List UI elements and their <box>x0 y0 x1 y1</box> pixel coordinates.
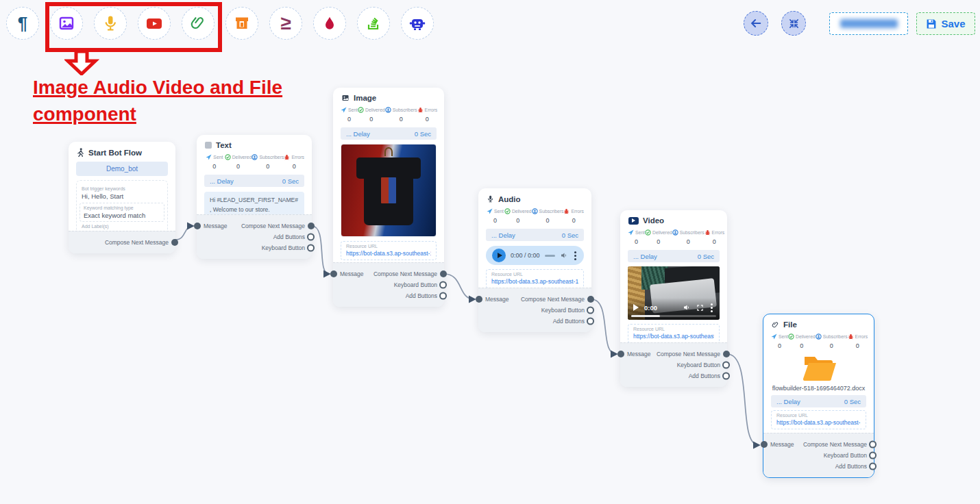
port-compose-next-message[interactable] <box>308 223 315 229</box>
port-label: Add Buttons <box>553 318 585 325</box>
node-footer: Message Compose Next Message Keyboard Bu… <box>620 342 727 387</box>
image-node[interactable]: Image Sent 0 Delivered 0 Subscribers 0 E… <box>333 88 444 307</box>
toolbar-file-component[interactable] <box>182 7 215 40</box>
sent-icon <box>771 333 777 340</box>
port-add-buttons[interactable] <box>869 463 877 470</box>
port-compose-next-message[interactable] <box>440 270 447 277</box>
toolbar-ecommerce-component[interactable] <box>225 7 258 40</box>
sent-icon <box>628 229 634 236</box>
port-add-buttons[interactable] <box>439 292 447 300</box>
trigger-keywords-value[interactable]: Hi, Hello, Start <box>82 192 162 200</box>
resource-url-link[interactable]: https://bot-data.s3.ap-southeast-1.wasab… <box>776 419 861 426</box>
port-message-in[interactable] <box>617 351 624 357</box>
toolbar-condition-component[interactable]: ≥ <box>269 7 302 40</box>
video-progress-bar[interactable] <box>631 315 715 317</box>
toolbar-image-component[interactable] <box>50 7 83 40</box>
port-label: Message <box>770 441 794 448</box>
stat-delivered: Delivered 0 <box>788 333 816 349</box>
port-keyboard-button[interactable] <box>722 362 730 369</box>
tshirt-shape <box>364 158 413 225</box>
text-node[interactable]: Text Sent 0 Delivered 0 Subscribers 0 Er… <box>197 135 312 259</box>
node-title: Image <box>354 94 376 102</box>
delay-bar[interactable]: ... Delay 0 Sec <box>486 229 584 241</box>
port-label: Message <box>485 296 509 303</box>
port-label: Compose Next Message <box>373 270 437 277</box>
errors-icon <box>848 333 854 340</box>
save-button[interactable]: Save <box>916 12 975 35</box>
highlight-arrow-icon <box>64 51 100 75</box>
fit-view-button[interactable] <box>781 11 806 36</box>
stat-errors: Errors 0 <box>417 107 438 123</box>
port-message-in[interactable] <box>476 296 482 303</box>
file-node[interactable]: File Sent 0 Delivered 0 Subscribers 0 Er… <box>763 314 874 478</box>
port-label: Keyboard Button <box>824 452 867 459</box>
stat-delivered: Delivered 0 <box>225 154 252 170</box>
audio-player[interactable]: 0:00 / 0:00 <box>486 246 584 265</box>
port-compose-next-message[interactable] <box>171 239 178 246</box>
stat-subscribers: Subscribers 0 <box>816 333 848 349</box>
toolbar-bot-component[interactable] <box>401 7 434 40</box>
delivered-icon <box>504 208 511 214</box>
wire-audio-to-video <box>591 299 616 354</box>
back-button[interactable] <box>744 11 768 36</box>
delay-value: 0 Sec <box>844 398 861 405</box>
video-preview[interactable]: 0:00 <box>628 266 720 320</box>
port-message-in[interactable] <box>194 223 201 229</box>
play-icon[interactable] <box>633 304 639 311</box>
port-message-in[interactable] <box>761 441 768 448</box>
keyword-matching-box[interactable]: Keyword matching type Exact keyword matc… <box>79 203 164 222</box>
subscribers-icon <box>532 208 538 214</box>
audio-progress[interactable] <box>545 255 555 257</box>
audio-node[interactable]: Audio Sent 0 Delivered 0 Subscribers 0 E… <box>478 188 591 332</box>
delay-bar[interactable]: ... Delay 0 Sec <box>204 175 304 187</box>
port-keyboard-button[interactable] <box>439 281 447 289</box>
port-compose-next-message[interactable] <box>869 441 877 449</box>
port-compose-next-message[interactable] <box>723 351 730 357</box>
toolbar-sequence-component[interactable] <box>357 7 390 40</box>
port-compose-next-message[interactable] <box>587 296 594 303</box>
delay-bar[interactable]: ... Delay 0 Sec <box>771 395 866 407</box>
wire-video-to-file <box>727 354 759 445</box>
port-keyboard-button[interactable] <box>869 452 877 459</box>
port-keyboard-button[interactable] <box>587 307 594 314</box>
node-footer: Compose Next Message <box>69 231 175 253</box>
port-label: Keyboard Button <box>677 362 720 368</box>
port-add-buttons[interactable] <box>722 373 730 380</box>
port-label: Add Buttons <box>689 373 720 379</box>
stats-row: Sent 0 Delivered 0 Subscribers 0 Errors … <box>771 333 866 349</box>
microphone-icon <box>102 15 119 32</box>
paperclip-icon <box>772 321 779 329</box>
toolbar-drip-component[interactable] <box>313 7 346 40</box>
toolbar-video-component[interactable] <box>138 7 171 40</box>
delay-bar[interactable]: ... Delay 0 Sec <box>341 127 437 140</box>
port-message-in[interactable] <box>330 270 337 277</box>
node-title: Start Bot Flow <box>88 149 142 157</box>
stat-errors: Errors 0 <box>705 229 725 245</box>
start-bot-flow-node[interactable]: Start Bot Flow Demo_bot Bot trigger keyw… <box>69 142 175 253</box>
resource-url-link[interactable]: https://bot-data.s3.ap-southeast-1.wasab… <box>491 278 578 285</box>
image-preview[interactable] <box>341 144 437 237</box>
port-add-buttons[interactable] <box>307 234 315 241</box>
resource-url-link[interactable]: https://bot-data.s3.ap-southeast-1.wasab… <box>346 250 431 257</box>
play-button[interactable] <box>492 249 506 262</box>
stat-delivered: Delivered 0 <box>645 229 672 245</box>
redacted-button[interactable] <box>829 12 908 35</box>
toolbar-text-component[interactable]: ¶ <box>6 7 39 40</box>
bot-name-button[interactable]: Demo_bot <box>76 162 168 176</box>
folder-icon[interactable] <box>801 353 837 381</box>
kebab-menu-icon[interactable] <box>711 307 713 309</box>
kebab-menu-icon[interactable] <box>574 255 576 257</box>
subscribers-icon <box>252 154 258 160</box>
port-keyboard-button[interactable] <box>307 244 315 252</box>
delay-bar[interactable]: ... Delay 0 Sec <box>628 250 720 262</box>
resource-url-link[interactable]: https://bot-data.s3.ap-southeast-1.wasab… <box>633 333 714 340</box>
port-add-buttons[interactable] <box>587 318 594 325</box>
video-node[interactable]: Video Sent 0 Delivered 0 Subscribers 0 E… <box>620 210 727 387</box>
save-icon <box>926 18 937 29</box>
volume-icon[interactable] <box>683 303 691 312</box>
matching-type-value[interactable]: Exact keyword match <box>84 212 160 219</box>
resource-url-label: Resource URL <box>346 244 431 249</box>
volume-icon[interactable] <box>560 251 568 260</box>
fullscreen-icon[interactable] <box>696 304 704 312</box>
toolbar-audio-component[interactable] <box>94 7 127 40</box>
